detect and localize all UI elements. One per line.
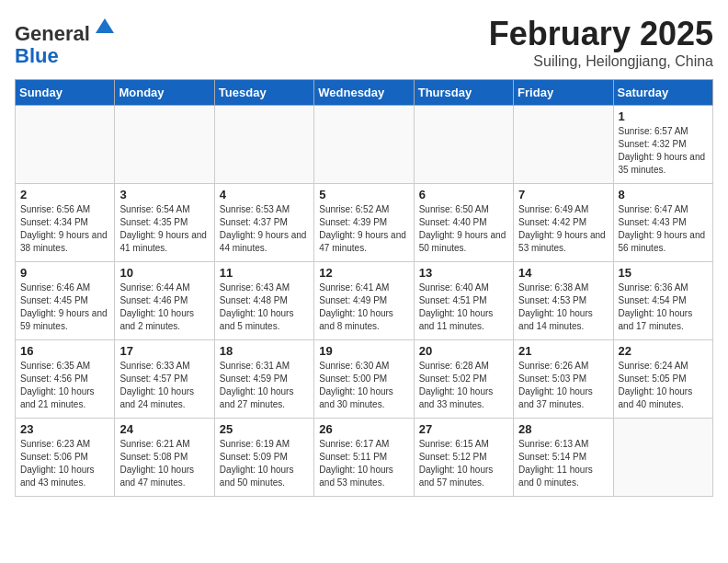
day-number: 18 [220, 344, 309, 358]
day-info: Sunrise: 6:38 AM Sunset: 4:53 PM Dayligh… [518, 282, 608, 333]
day-info: Sunrise: 6:26 AM Sunset: 5:03 PM Dayligh… [518, 360, 608, 411]
day-info: Sunrise: 6:53 AM Sunset: 4:37 PM Dayligh… [220, 203, 309, 255]
calendar-week-row: 1Sunrise: 6:57 AM Sunset: 4:32 PM Daylig… [16, 106, 713, 184]
calendar-day-cell [115, 106, 214, 184]
day-number: 24 [119, 422, 209, 436]
calendar-day-cell: 6Sunrise: 6:50 AM Sunset: 4:40 PM Daylig… [414, 184, 513, 262]
calendar-day-cell: 20Sunrise: 6:28 AM Sunset: 5:02 PM Dayli… [414, 340, 513, 419]
day-number: 8 [619, 188, 708, 201]
day-number: 9 [20, 266, 109, 280]
day-info: Sunrise: 6:49 AM Sunset: 4:42 PM Dayligh… [518, 203, 608, 255]
calendar-day-cell: 1Sunrise: 6:57 AM Sunset: 4:32 PM Daylig… [613, 106, 712, 184]
calendar-header-row: SundayMondayTuesdayWednesdayThursdayFrid… [16, 80, 713, 106]
calendar-day-cell: 28Sunrise: 6:13 AM Sunset: 5:14 PM Dayli… [514, 419, 613, 497]
day-info: Sunrise: 6:21 AM Sunset: 5:08 PM Dayligh… [119, 438, 209, 489]
day-number: 11 [220, 266, 309, 280]
calendar-day-cell: 27Sunrise: 6:15 AM Sunset: 5:12 PM Dayli… [414, 419, 513, 497]
calendar-day-cell: 11Sunrise: 6:43 AM Sunset: 4:48 PM Dayli… [214, 262, 313, 340]
calendar-day-cell: 8Sunrise: 6:47 AM Sunset: 4:43 PM Daylig… [613, 184, 712, 262]
calendar-day-cell: 4Sunrise: 6:53 AM Sunset: 4:37 PM Daylig… [214, 184, 313, 262]
weekday-header: Tuesday [214, 80, 313, 106]
day-info: Sunrise: 6:36 AM Sunset: 4:54 PM Dayligh… [619, 282, 708, 333]
calendar-day-cell [214, 106, 313, 184]
calendar-day-cell: 16Sunrise: 6:35 AM Sunset: 4:56 PM Dayli… [16, 340, 115, 419]
calendar-day-cell [613, 419, 712, 497]
day-number: 26 [319, 422, 408, 436]
day-number: 15 [619, 266, 708, 280]
day-info: Sunrise: 6:43 AM Sunset: 4:48 PM Dayligh… [220, 282, 309, 333]
calendar-day-cell: 21Sunrise: 6:26 AM Sunset: 5:03 PM Dayli… [514, 340, 613, 419]
day-number: 10 [119, 266, 209, 280]
day-number: 19 [319, 344, 408, 358]
day-info: Sunrise: 6:24 AM Sunset: 5:05 PM Dayligh… [619, 360, 708, 411]
calendar-day-cell [414, 106, 513, 184]
calendar-day-cell: 19Sunrise: 6:30 AM Sunset: 5:00 PM Dayli… [314, 340, 414, 419]
svg-marker-0 [96, 18, 114, 33]
calendar-day-cell: 22Sunrise: 6:24 AM Sunset: 5:05 PM Dayli… [613, 340, 712, 419]
calendar-day-cell: 26Sunrise: 6:17 AM Sunset: 5:11 PM Dayli… [314, 419, 414, 497]
page-header: General Blue February 2025 Suiling, Heil… [15, 15, 713, 70]
logo-blue-text: Blue [15, 44, 59, 67]
day-info: Sunrise: 6:50 AM Sunset: 4:40 PM Dayligh… [419, 203, 508, 255]
day-number: 4 [220, 188, 309, 201]
day-info: Sunrise: 6:28 AM Sunset: 5:02 PM Dayligh… [419, 360, 508, 411]
calendar-day-cell: 17Sunrise: 6:33 AM Sunset: 4:57 PM Dayli… [115, 340, 214, 419]
day-info: Sunrise: 6:57 AM Sunset: 4:32 PM Dayligh… [619, 125, 708, 177]
weekday-header: Sunday [16, 80, 115, 106]
day-info: Sunrise: 6:30 AM Sunset: 5:00 PM Dayligh… [319, 360, 408, 411]
day-number: 1 [619, 109, 708, 123]
day-number: 14 [518, 266, 608, 280]
calendar-week-row: 2Sunrise: 6:56 AM Sunset: 4:34 PM Daylig… [16, 184, 713, 262]
day-info: Sunrise: 6:44 AM Sunset: 4:46 PM Dayligh… [119, 282, 209, 333]
calendar-day-cell [314, 106, 414, 184]
calendar-week-row: 9Sunrise: 6:46 AM Sunset: 4:45 PM Daylig… [16, 262, 713, 340]
calendar-day-cell: 25Sunrise: 6:19 AM Sunset: 5:09 PM Dayli… [214, 419, 313, 497]
day-info: Sunrise: 6:13 AM Sunset: 5:14 PM Dayligh… [518, 438, 608, 489]
day-info: Sunrise: 6:56 AM Sunset: 4:34 PM Dayligh… [20, 203, 109, 255]
day-info: Sunrise: 6:31 AM Sunset: 4:59 PM Dayligh… [220, 360, 309, 411]
day-number: 7 [518, 188, 608, 201]
calendar-day-cell: 3Sunrise: 6:54 AM Sunset: 4:35 PM Daylig… [115, 184, 214, 262]
logo: General Blue [15, 15, 118, 67]
day-number: 16 [20, 344, 109, 358]
logo-general-text: General [15, 22, 90, 45]
month-title: February 2025 [489, 15, 713, 53]
day-number: 3 [119, 188, 209, 201]
day-number: 27 [419, 422, 508, 436]
day-info: Sunrise: 6:35 AM Sunset: 4:56 PM Dayligh… [20, 360, 109, 411]
day-info: Sunrise: 6:47 AM Sunset: 4:43 PM Dayligh… [619, 203, 708, 255]
calendar-day-cell [514, 106, 613, 184]
day-number: 2 [20, 188, 109, 201]
weekday-header: Monday [115, 80, 214, 106]
location-text: Suiling, Heilongjiang, China [489, 53, 713, 70]
calendar-day-cell: 12Sunrise: 6:41 AM Sunset: 4:49 PM Dayli… [314, 262, 414, 340]
calendar-day-cell: 23Sunrise: 6:23 AM Sunset: 5:06 PM Dayli… [16, 419, 115, 497]
day-number: 23 [20, 422, 109, 436]
calendar-day-cell: 24Sunrise: 6:21 AM Sunset: 5:08 PM Dayli… [115, 419, 214, 497]
day-number: 6 [419, 188, 508, 201]
calendar-table: SundayMondayTuesdayWednesdayThursdayFrid… [15, 79, 713, 497]
day-number: 22 [619, 344, 708, 358]
title-block: February 2025 Suiling, Heilongjiang, Chi… [489, 15, 713, 70]
day-number: 13 [419, 266, 508, 280]
day-info: Sunrise: 6:19 AM Sunset: 5:09 PM Dayligh… [220, 438, 309, 489]
calendar-day-cell: 15Sunrise: 6:36 AM Sunset: 4:54 PM Dayli… [613, 262, 712, 340]
calendar-week-row: 16Sunrise: 6:35 AM Sunset: 4:56 PM Dayli… [16, 340, 713, 419]
day-number: 20 [419, 344, 508, 358]
calendar-week-row: 23Sunrise: 6:23 AM Sunset: 5:06 PM Dayli… [16, 419, 713, 497]
weekday-header: Thursday [414, 80, 513, 106]
day-info: Sunrise: 6:23 AM Sunset: 5:06 PM Dayligh… [20, 438, 109, 489]
day-info: Sunrise: 6:40 AM Sunset: 4:51 PM Dayligh… [419, 282, 508, 333]
day-info: Sunrise: 6:33 AM Sunset: 4:57 PM Dayligh… [119, 360, 209, 411]
day-number: 12 [319, 266, 408, 280]
calendar-day-cell: 7Sunrise: 6:49 AM Sunset: 4:42 PM Daylig… [514, 184, 613, 262]
day-number: 17 [119, 344, 209, 358]
calendar-day-cell: 5Sunrise: 6:52 AM Sunset: 4:39 PM Daylig… [314, 184, 414, 262]
calendar-day-cell [16, 106, 115, 184]
calendar-day-cell: 9Sunrise: 6:46 AM Sunset: 4:45 PM Daylig… [16, 262, 115, 340]
day-number: 25 [220, 422, 309, 436]
weekday-header: Wednesday [314, 80, 414, 106]
day-info: Sunrise: 6:15 AM Sunset: 5:12 PM Dayligh… [419, 438, 508, 489]
day-number: 28 [518, 422, 608, 436]
calendar-day-cell: 10Sunrise: 6:44 AM Sunset: 4:46 PM Dayli… [115, 262, 214, 340]
